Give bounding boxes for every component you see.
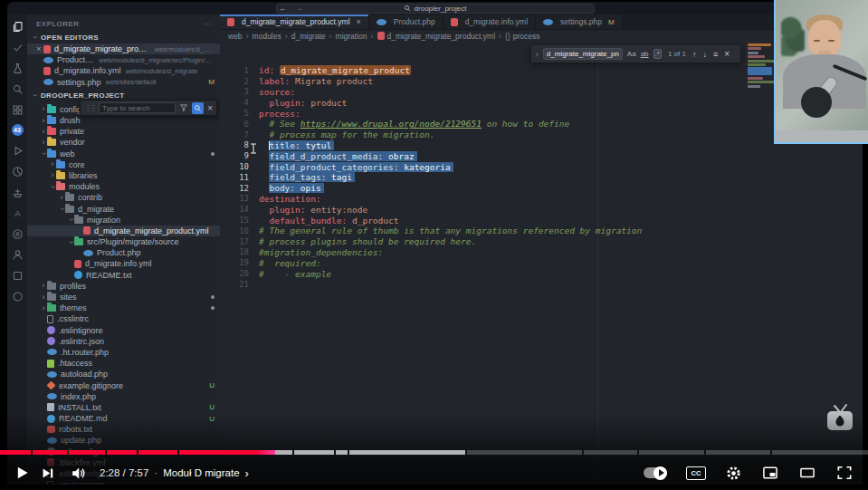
match-case-icon[interactable]: Aa	[627, 50, 636, 58]
code-line[interactable]: 1id: d_migrate_migrate_product	[220, 65, 863, 76]
channel-watermark-tv-icon[interactable]	[824, 404, 856, 437]
tree-item[interactable]: ›src/Plugin/migrate/source	[27, 236, 220, 247]
code-line[interactable]: 18#migration_dependencies:	[220, 247, 863, 258]
code-line[interactable]: 19# required:	[220, 257, 863, 268]
tree-item[interactable]: ›core	[27, 159, 220, 170]
chapter-segment[interactable]	[179, 450, 292, 455]
whole-word-icon[interactable]: ab	[641, 50, 649, 58]
tree-item[interactable]: example.gitignoreU	[27, 380, 220, 390]
code-line[interactable]: 17# process plugins should be required h…	[220, 236, 863, 247]
tree-item[interactable]: ›modules	[27, 181, 220, 192]
code-line[interactable]: 15 default_bundle: d_product	[220, 215, 863, 226]
progress-bar[interactable]	[0, 450, 868, 455]
tree-item[interactable]: autoload.php	[27, 369, 220, 380]
tree-item[interactable]: README.mdU	[27, 413, 220, 424]
find-in-selection-icon[interactable]: ≡	[713, 50, 718, 59]
code-line[interactable]: 21	[220, 279, 863, 290]
breadcrumb-item[interactable]: d_migrate	[291, 32, 326, 41]
code-line[interactable]: 5process:	[220, 108, 863, 119]
tree-item[interactable]: .csslintrc	[27, 313, 220, 324]
ship-icon[interactable]	[11, 186, 24, 198]
tab-d_migrate_migrate_product.yml[interactable]: d_migrate_migrate_product.yml×	[220, 14, 369, 29]
pie-icon[interactable]	[11, 165, 24, 178]
fullscreen-button[interactable]	[835, 464, 854, 482]
find-input[interactable]	[543, 48, 623, 60]
tree-item[interactable]: ›themes	[27, 303, 220, 313]
close-icon[interactable]: ×	[207, 103, 213, 113]
code-line[interactable]: 10 field_product_categories: kategoria	[220, 161, 863, 172]
tree-item[interactable]: ›sites	[27, 292, 220, 303]
tree-item[interactable]: index.php	[27, 391, 220, 402]
code-line[interactable]: 20# - example	[220, 268, 863, 279]
target-icon[interactable]	[11, 227, 24, 240]
breadcrumb-item[interactable]: {}process	[505, 32, 539, 41]
chapter-segment[interactable]	[69, 450, 105, 455]
chapter-chevron-icon[interactable]: ›	[245, 466, 249, 480]
tree-item[interactable]: Product.php	[27, 247, 220, 258]
code-line[interactable]: 12 body: opis	[220, 183, 863, 194]
tree-item[interactable]: ›vendor	[27, 137, 220, 148]
tree-item[interactable]: d_migrate_migrate_product.yml	[27, 226, 220, 236]
regex-icon[interactable]: .*	[653, 49, 662, 59]
chapter-segment[interactable]	[706, 450, 770, 455]
code-line[interactable]: 8 title: tytul	[220, 140, 863, 151]
miniplayer-button[interactable]	[761, 464, 779, 482]
chapter-segment[interactable]	[33, 450, 67, 455]
chapter-segment[interactable]	[0, 450, 31, 455]
play-button[interactable]	[13, 464, 31, 482]
close-icon[interactable]: ×	[34, 44, 43, 53]
open-editor-item[interactable]: d_migrate.info.ymlweb/modules/d_migrate	[27, 65, 220, 76]
tree-item[interactable]: robots.txt	[27, 424, 220, 435]
chapter-segment[interactable]	[138, 450, 178, 455]
breadcrumb[interactable]: web›modules›d_migrate›migration›d_migrat…	[220, 30, 863, 42]
project-search-box[interactable]: droopler_project	[276, 4, 595, 14]
breadcrumb-item[interactable]: web	[228, 32, 243, 41]
code-line[interactable]: 6 # See https://www.drupal.org/node/2129…	[220, 119, 863, 130]
code-line[interactable]: 11 field_tags: tagi	[220, 172, 863, 183]
close-icon[interactable]: ×	[724, 49, 730, 59]
previous-match-icon[interactable]: ↑	[692, 50, 697, 59]
tree-search-input[interactable]	[99, 102, 176, 113]
code-line[interactable]: 16# The general rule of thumb is that an…	[220, 226, 863, 236]
tab-Product.php[interactable]: Product.php	[369, 14, 444, 29]
chapter-segment[interactable]	[107, 450, 137, 455]
notification-badge[interactable]: 43	[12, 124, 24, 136]
chapter-segment[interactable]	[349, 450, 465, 455]
autoplay-toggle[interactable]	[644, 467, 667, 478]
theater-mode-button[interactable]	[798, 464, 816, 482]
tree-item[interactable]: ›drush	[27, 115, 220, 126]
play-icon[interactable]	[11, 144, 24, 157]
tree-item[interactable]: .htaccess	[27, 358, 220, 369]
code-line[interactable]: 3source:	[220, 87, 863, 98]
tree-item[interactable]: ›libraries	[27, 170, 220, 181]
tree-item[interactable]: ›contrib	[27, 192, 220, 203]
breadcrumb-item[interactable]: migration	[336, 32, 367, 41]
tree-item[interactable]: ›migration	[27, 215, 220, 226]
volume-button[interactable]	[70, 465, 87, 482]
check-icon[interactable]	[11, 41, 24, 53]
tab-d_migrate.info.yml[interactable]: d_migrate.info.yml	[444, 14, 536, 29]
files-icon[interactable]	[11, 20, 24, 33]
tab-settings.php[interactable]: settings.phpM	[536, 14, 623, 29]
code-line[interactable]: 4 plugin: product	[220, 97, 863, 108]
box-icon[interactable]	[11, 269, 24, 282]
find-collapse-chevron-icon[interactable]: ›	[536, 50, 539, 59]
code-line[interactable]: 13destination:	[220, 194, 863, 205]
code-line[interactable]: 9 field_d_product_media: obraz	[220, 150, 863, 161]
open-editor-item[interactable]: ×d_migrate_migrate_product.ymlweb/module…	[27, 43, 220, 54]
settings-gear-icon[interactable]	[725, 465, 742, 482]
grid-icon[interactable]	[11, 103, 24, 116]
forward-arrow-icon[interactable]: →	[296, 4, 304, 13]
tree-item[interactable]: ›private	[27, 126, 220, 137]
person-icon[interactable]	[11, 248, 24, 261]
open-editor-item[interactable]: settings.phpweb/sites/defaultM	[27, 77, 220, 88]
tree-item[interactable]: ›web	[27, 149, 220, 159]
chapter-segment[interactable]	[294, 450, 334, 455]
code-line[interactable]: 2label: Migrate product	[220, 76, 863, 87]
tree-item[interactable]: .eslintrc.json	[27, 336, 220, 347]
close-icon[interactable]: ×	[357, 17, 361, 26]
tree-item[interactable]: d_migrate.info.yml	[27, 258, 220, 269]
back-arrow-icon[interactable]: ←	[279, 4, 287, 13]
tree-item[interactable]: README.txt	[27, 270, 220, 281]
chapter-segment[interactable]	[584, 450, 637, 455]
